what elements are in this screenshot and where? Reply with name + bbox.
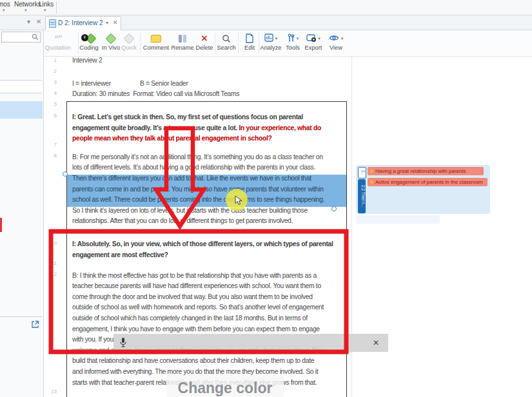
transcript-line[interactable]: I: Great. Let’s get stuck in then. So, m… bbox=[72, 113, 303, 124]
video-caption: Change color bbox=[166, 375, 284, 397]
transcript-line[interactable]: B: I think the most effective has got to… bbox=[72, 272, 317, 283]
transcript-line[interactable]: people mean when they talk about parenta… bbox=[72, 135, 272, 146]
transcript-line[interactable]: build that relationship and have convers… bbox=[72, 357, 314, 368]
transcript-line[interactable]: I: Absolutely. So, in your view, which o… bbox=[72, 240, 333, 251]
selected-text-line[interactable]: school as well. There could be parents c… bbox=[67, 196, 346, 207]
code-color-dot bbox=[370, 169, 373, 173]
transcript-line[interactable]: engagement are most effective? bbox=[72, 251, 168, 262]
coding-annotation-panel-secondary bbox=[356, 215, 440, 224]
app-window: Memos Networks Links ▾ ▾ ▾ ▾ ✕ D 2: Inte… bbox=[0, 0, 532, 397]
transcript-line[interactable]: B: For me personally it’s not an additio… bbox=[72, 153, 323, 164]
transcript-line[interactable]: relationships. After that you can do lot… bbox=[72, 217, 293, 228]
reference-tab-1[interactable]: 2.. bbox=[358, 167, 366, 179]
transcript-line[interactable]: lots of different levels. It’s about hav… bbox=[72, 164, 315, 175]
transcript-line[interactable]: engagement quite broadly. It’s a term we… bbox=[72, 124, 321, 135]
transcript-line[interactable]: come through the door and be involved th… bbox=[72, 293, 313, 304]
selected-text-line[interactable]: parents can come in and be part of. You … bbox=[67, 186, 346, 197]
code-color-dot bbox=[370, 180, 373, 184]
dictation-bar[interactable]: ✕ bbox=[113, 334, 388, 352]
transcript-line[interactable]: outside of school which has completely c… bbox=[72, 315, 308, 325]
selection-handle-start[interactable] bbox=[63, 171, 68, 177]
doc-title[interactable]: Interview 2 bbox=[72, 57, 103, 68]
transcript-line[interactable]: with you. If you bbox=[72, 336, 113, 347]
code-stripe[interactable]: Active engagement of parents in the clas… bbox=[368, 178, 488, 186]
selected-text-line[interactable]: Then there’s different layers you can ad… bbox=[67, 175, 346, 186]
doc-meta-duration[interactable]: Duration: 30 minutes Format: Video call … bbox=[72, 90, 239, 101]
close-icon[interactable]: ✕ bbox=[373, 338, 379, 347]
code-label: Active engagement of parents in the clas… bbox=[375, 179, 483, 185]
transcript-line[interactable]: outside of school as well with homework … bbox=[72, 304, 324, 315]
code-label: Having a great relationship with parents bbox=[375, 168, 466, 174]
microphone-icon[interactable] bbox=[119, 337, 128, 348]
reference-tab-2[interactable]: 2:2 Then t... bbox=[358, 179, 366, 213]
transcript-line[interactable]: So I think it’s layered on lots of level… bbox=[72, 207, 308, 218]
code-stripe[interactable]: Having a great relationship with parents bbox=[368, 167, 484, 175]
transcript-line[interactable]: teacher because parents will have had di… bbox=[72, 282, 321, 293]
selection-handle-end[interactable] bbox=[331, 206, 337, 211]
doc-meta-speakers[interactable]: I = interviewerB = Senior leader bbox=[72, 80, 188, 91]
mouse-cursor-icon bbox=[235, 195, 244, 206]
